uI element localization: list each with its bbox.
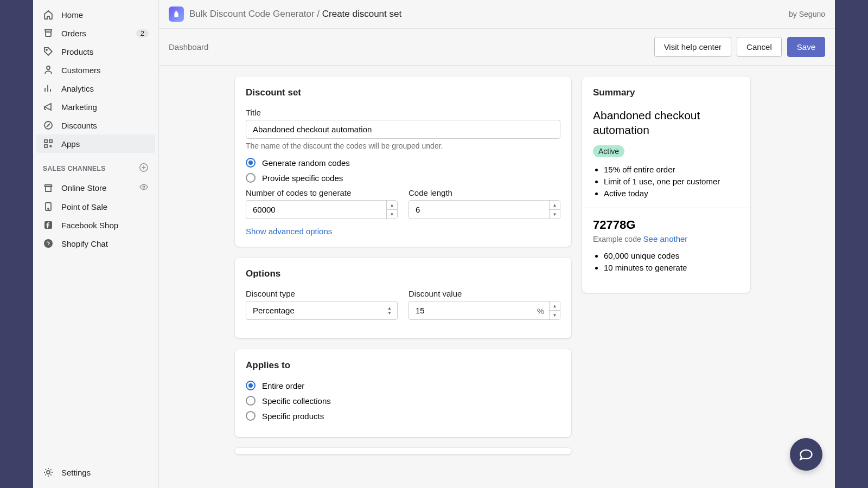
orders-icon	[43, 28, 54, 38]
svg-point-12	[47, 471, 50, 474]
channel-label: Point of Sale	[61, 202, 107, 211]
save-button[interactable]: Save	[787, 37, 825, 57]
summary-details: 60,000 unique codes 10 minutes to genera…	[593, 251, 739, 272]
channel-online-store[interactable]: Online Store	[36, 178, 155, 197]
svg-rect-3	[44, 140, 47, 143]
app-icon	[169, 7, 184, 22]
by-line: by Seguno	[789, 10, 825, 18]
radio-specific-collections[interactable]: Specific collections	[246, 396, 560, 406]
num-codes-label: Number of codes to generate	[246, 188, 398, 197]
nav-apps[interactable]: Apps	[36, 134, 155, 153]
svg-point-7	[143, 186, 145, 188]
chat-circle-icon	[43, 238, 54, 249]
show-advanced-link[interactable]: Show advanced options	[246, 227, 560, 236]
discount-set-card: Discount set Title The name of the disco…	[235, 76, 571, 247]
main: Bulk Discount Code Generator / Create di…	[159, 0, 835, 488]
channel-chat[interactable]: Shopify Chat	[36, 234, 155, 253]
analytics-icon	[43, 83, 54, 94]
nav-customers[interactable]: Customers	[36, 61, 155, 79]
next-card	[235, 448, 571, 454]
customers-icon	[43, 65, 54, 75]
list-item: Active today	[604, 189, 739, 198]
visit-help-button[interactable]: Visit help center	[654, 37, 731, 57]
settings-label: Settings	[61, 468, 91, 477]
nav-label: Products	[61, 47, 93, 56]
nav-label: Marketing	[61, 102, 97, 112]
spinner[interactable]: ▲▼	[549, 201, 560, 219]
svg-point-9	[48, 208, 49, 209]
options-card: Options Discount type Percentage▲▼ Disco…	[235, 258, 571, 338]
svg-rect-4	[49, 140, 52, 143]
card-heading: Options	[246, 268, 560, 279]
nav-label: Discounts	[61, 121, 97, 130]
nav-label: Home	[61, 10, 83, 20]
sales-channels-header: SALES CHANNELS	[33, 153, 158, 178]
nav-label: Analytics	[61, 84, 94, 93]
radio-icon	[246, 158, 256, 168]
radio-provide[interactable]: Provide specific codes	[246, 173, 560, 183]
spinner[interactable]: ▲▼	[549, 301, 560, 319]
svg-point-1	[47, 66, 50, 69]
discount-type-label: Discount type	[246, 289, 398, 298]
value-suffix: %	[537, 306, 544, 315]
pos-icon	[43, 201, 54, 212]
nav-discounts[interactable]: Discounts	[36, 116, 155, 134]
svg-point-11	[44, 239, 53, 248]
channel-label: Online Store	[61, 183, 106, 192]
breadcrumb-sep: /	[315, 9, 322, 20]
channel-label: Facebook Shop	[61, 221, 118, 230]
status-badge: Active	[593, 145, 624, 157]
actions-bar: Dashboard Visit help center Cancel Save	[159, 29, 835, 66]
summary-list: 15% off entire order Limit of 1 use, one…	[593, 165, 739, 198]
content: Discount set Title The name of the disco…	[159, 66, 835, 488]
nav-label: Customers	[61, 66, 101, 75]
nav-analytics[interactable]: Analytics	[36, 79, 155, 98]
title-input[interactable]	[246, 120, 560, 139]
svg-rect-5	[44, 145, 47, 147]
apps-icon	[43, 138, 54, 149]
num-codes-input[interactable]	[246, 200, 398, 219]
dashboard-link[interactable]: Dashboard	[169, 42, 208, 52]
code-length-input[interactable]	[409, 200, 560, 219]
cancel-button[interactable]: Cancel	[737, 37, 782, 57]
nav-settings[interactable]: Settings	[36, 463, 155, 481]
spinner[interactable]: ▲▼	[386, 201, 397, 219]
page-header: Bulk Discount Code Generator / Create di…	[159, 0, 835, 29]
title-label: Title	[246, 108, 560, 117]
home-icon	[43, 9, 54, 20]
breadcrumb-app[interactable]: Bulk Discount Code Generator	[189, 9, 315, 20]
channel-pos[interactable]: Point of Sale	[36, 197, 155, 216]
see-another-link[interactable]: See another	[643, 234, 688, 243]
nav-orders[interactable]: Orders2	[36, 24, 155, 42]
card-heading: Applies to	[246, 360, 560, 371]
discounts-icon	[43, 120, 54, 131]
list-item: 10 minutes to generate	[604, 263, 739, 272]
channel-facebook[interactable]: Facebook Shop	[36, 216, 155, 234]
badge: 2	[136, 29, 149, 37]
radio-specific-products[interactable]: Specific products	[246, 411, 560, 421]
code-length-label: Code length	[409, 188, 560, 197]
summary-card: Summary Abandoned checkout automation Ac…	[582, 76, 750, 293]
radio-icon	[246, 411, 256, 421]
help-fab[interactable]	[790, 438, 822, 471]
radio-entire-order[interactable]: Entire order	[246, 381, 560, 390]
add-channel-icon[interactable]	[139, 163, 149, 174]
eye-icon[interactable]	[139, 182, 149, 194]
title-help: The name of the discount the codes will …	[246, 142, 560, 150]
discount-type-select[interactable]: Percentage▲▼	[246, 301, 398, 320]
discount-value-label: Discount value	[409, 289, 560, 298]
breadcrumb-page: Create discount set	[322, 9, 401, 20]
radio-generate[interactable]: Generate random codes	[246, 158, 560, 168]
list-item: 60,000 unique codes	[604, 251, 739, 260]
svg-point-0	[46, 49, 47, 50]
nav-products[interactable]: Products	[36, 42, 155, 61]
summary-heading: Summary	[593, 87, 739, 98]
channel-label: Shopify Chat	[61, 239, 108, 248]
list-item: 15% off entire order	[604, 165, 739, 174]
nav-marketing[interactable]: Marketing	[36, 98, 155, 116]
products-icon	[43, 46, 54, 57]
list-item: Limit of 1 use, one per customer	[604, 177, 739, 186]
nav-home[interactable]: Home	[36, 5, 155, 24]
store-icon	[43, 183, 54, 194]
sidebar: Home Orders2 Products Customers Analytic…	[33, 0, 159, 488]
